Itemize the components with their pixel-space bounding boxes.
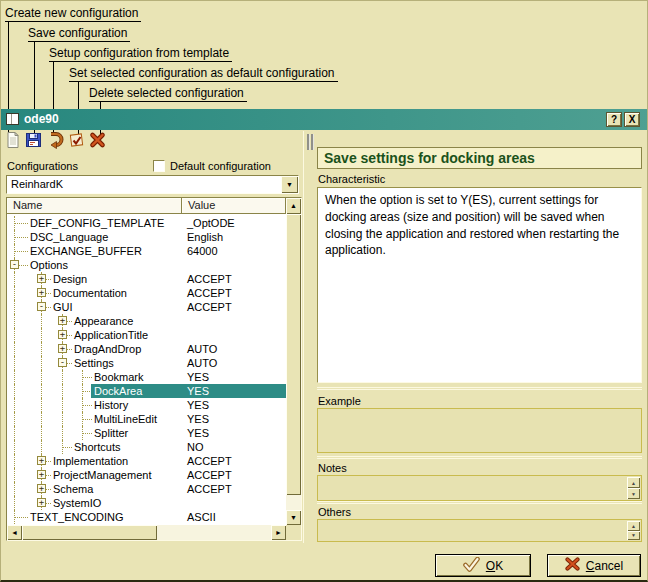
tree-row[interactable]: +SchemaACCEPT (8, 482, 286, 496)
tree-row[interactable]: MultiLineEditYES (8, 412, 286, 426)
screenshot-root: Create new configuration Save configurat… (0, 0, 648, 582)
scroll-up-icon[interactable]: ▲ (627, 521, 640, 531)
tree-row[interactable]: -Options (8, 258, 286, 272)
window-titlebar[interactable]: ode90 ? X (1, 109, 648, 130)
tree-node-name: History (94, 399, 128, 411)
scroll-up-icon[interactable]: ▲ (286, 198, 301, 214)
scroll-right-icon[interactable]: ► (271, 525, 286, 540)
tree-row[interactable]: TEXT_ENCODINGASCII (8, 510, 286, 524)
tree-node-value: ACCEPT (187, 455, 232, 467)
column-header-name[interactable]: Name (7, 198, 182, 214)
tree-node-name: Schema (53, 483, 93, 495)
notes-textbox[interactable]: ▲ ▼ (317, 475, 642, 501)
collapse-icon[interactable]: - (58, 358, 67, 367)
cancel-button-label: Cancel (586, 559, 623, 573)
save-configuration-button[interactable] (25, 131, 43, 149)
expand-icon[interactable]: + (58, 316, 67, 325)
tree-row[interactable]: +DragAndDropAUTO (8, 342, 286, 356)
expand-icon[interactable]: + (37, 470, 46, 479)
scroll-left-icon[interactable]: ◄ (7, 525, 22, 540)
scroll-down-icon[interactable]: ▼ (627, 531, 640, 541)
tree-node-name: ApplicationTitle (74, 329, 148, 341)
ok-button[interactable]: OK (435, 554, 531, 577)
splitter-handle-icon[interactable] (307, 134, 314, 150)
expand-icon[interactable]: + (37, 456, 46, 465)
column-header-value[interactable]: Value (182, 198, 286, 214)
section-splitter[interactable] (317, 501, 642, 507)
scroll-down-icon[interactable]: ▼ (286, 510, 301, 525)
tree-row[interactable]: BookmarkYES (8, 370, 286, 384)
tree-row[interactable]: EXCHANGE_BUFFER64000 (8, 244, 286, 258)
panel-splitter[interactable] (303, 131, 304, 543)
tree-node-value: 64000 (187, 245, 218, 257)
set-default-configuration-button[interactable] (68, 131, 86, 149)
characteristic-label: Characteristic (318, 173, 385, 185)
tree-row[interactable]: +ProjectManagementACCEPT (8, 468, 286, 482)
tree-node-value: YES (187, 385, 209, 397)
tree-row[interactable]: DockAreaYES (8, 384, 286, 398)
default-configuration-label: Default configuration (170, 160, 271, 172)
tree-row[interactable]: -GUIACCEPT (8, 300, 286, 314)
collapse-icon[interactable]: - (37, 302, 46, 311)
default-configuration-checkbox[interactable] (153, 160, 165, 172)
tree-row[interactable]: +DocumentationACCEPT (8, 286, 286, 300)
tree-node-name: Documentation (53, 287, 127, 299)
tree-row[interactable]: SplitterYES (8, 426, 286, 440)
collapse-icon[interactable]: - (10, 260, 19, 269)
mini-scrollbar[interactable]: ▲ ▼ (627, 477, 640, 499)
expand-icon[interactable]: + (37, 484, 46, 493)
tree-horizontal-scrollbar[interactable]: ◄ ► (7, 525, 286, 540)
tree-node-value: YES (187, 399, 209, 411)
expand-icon[interactable]: + (37, 498, 46, 507)
others-textbox[interactable]: ▲ ▼ (317, 519, 642, 542)
tree-row[interactable]: ShortcutsNO (8, 440, 286, 454)
tree-row[interactable]: +DesignACCEPT (8, 272, 286, 286)
section-splitter[interactable] (317, 456, 642, 462)
tree-node-value: ACCEPT (187, 273, 232, 285)
tree-node-name: Appearance (74, 315, 133, 327)
tree-row[interactable]: +ImplementationACCEPT (8, 454, 286, 468)
mini-scrollbar[interactable]: ▲ ▼ (627, 521, 640, 540)
tree-row[interactable]: +Appearance (8, 314, 286, 328)
chevron-down-icon[interactable]: ▼ (281, 176, 298, 193)
tree-node-value: ACCEPT (187, 483, 232, 495)
tree-node-value: YES (187, 427, 209, 439)
delete-configuration-button[interactable] (89, 131, 107, 149)
scroll-up-icon[interactable]: ▲ (627, 477, 640, 488)
cancel-button[interactable]: Cancel (547, 554, 641, 577)
tree-node-value: ACCEPT (187, 287, 232, 299)
example-textbox[interactable] (317, 408, 642, 453)
tree-row[interactable]: +SystemIO (8, 496, 286, 510)
setup-from-template-button[interactable] (46, 131, 64, 149)
tree-vertical-scrollbar[interactable]: ▲ ▼ (286, 198, 301, 525)
tree-row[interactable]: +ApplicationTitle (8, 328, 286, 342)
tree-node-name: GUI (53, 301, 73, 313)
section-splitter[interactable] (317, 387, 642, 393)
tree-node-value: AUTO (187, 343, 217, 355)
tree-row[interactable]: DSC_LanguageEnglish (8, 230, 286, 244)
scroll-down-icon[interactable]: ▼ (627, 488, 640, 499)
expand-icon[interactable]: + (58, 330, 67, 339)
x-icon (565, 557, 580, 574)
close-button[interactable]: X (624, 112, 640, 127)
tree-node-value: ACCEPT (187, 301, 232, 313)
tree-node-name: ProjectManagement (53, 469, 151, 481)
tree-row[interactable]: DEF_CONFIG_TEMPLATE_OptODE (8, 216, 286, 230)
vertical-scroll-thumb[interactable] (286, 214, 301, 495)
expand-icon[interactable]: + (37, 274, 46, 283)
tree-node-value: YES (187, 371, 209, 383)
tree-node-value: English (187, 231, 223, 243)
expand-icon[interactable]: + (37, 288, 46, 297)
new-configuration-button[interactable] (4, 131, 22, 149)
tree-row[interactable]: -SettingsAUTO (8, 356, 286, 370)
expand-icon[interactable]: + (58, 344, 67, 353)
help-topic-title: Save settings for docking areas (317, 147, 642, 169)
characteristic-textbox[interactable]: When the option is set to Y(ES), current… (317, 187, 642, 383)
horizontal-scroll-thumb[interactable] (22, 525, 157, 540)
help-button[interactable]: ? (606, 112, 622, 127)
tree-node-name: Settings (74, 357, 114, 369)
delete-x-icon (89, 135, 107, 152)
configuration-combobox[interactable]: ReinhardK ▼ (6, 175, 299, 194)
tree-node-value: ASCII (187, 511, 216, 523)
tree-row[interactable]: HistoryYES (8, 398, 286, 412)
